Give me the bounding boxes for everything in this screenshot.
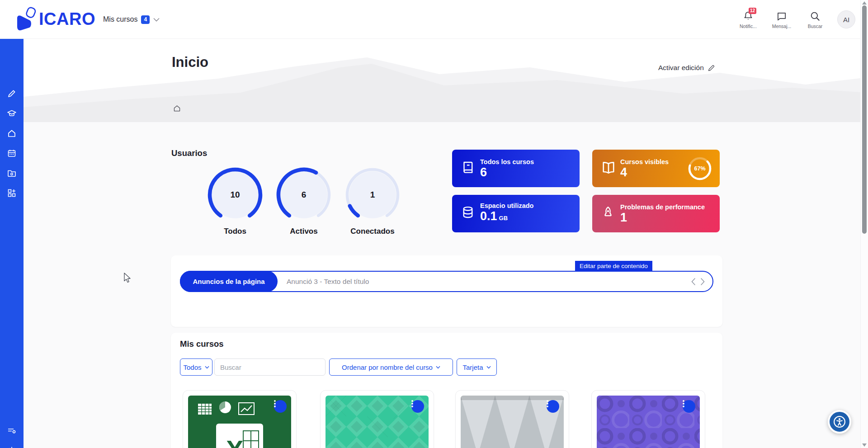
scrollbar-thumb[interactable] [862,5,867,234]
users-gauge-todos: 10 Todos [205,165,265,236]
stat-title: Espacio utilizado [480,202,533,209]
open-book-icon [600,160,620,178]
folder-gear-icon[interactable] [7,168,17,178]
stat-card-all-courses[interactable]: Todos los cursos 6 [452,150,580,187]
logo-text: ICARO [39,9,95,29]
kebab-menu-icon [411,400,413,407]
course-card[interactable] [591,390,705,448]
notifications-label: Notific... [740,24,757,29]
stat-title: Todos los cursos [480,158,534,165]
my-courses-panel: Mis cursos Todos Ordenar por nombre del … [171,333,722,448]
stat-value: 0.1 [480,209,497,223]
page-title: Inicio [172,54,208,71]
gauge-value: 10 [205,190,265,200]
icaro-logo[interactable]: ICARO [14,6,95,32]
top-navbar: ICARO Mis cursos 4 12 Notific... Mensaj.… [0,0,868,39]
gauge-label: Activos [274,227,334,236]
calendar-icon[interactable] [7,148,17,158]
search-label: Buscar [808,24,823,29]
course-menu-button[interactable] [547,400,559,413]
my-courses-menu[interactable]: Mis cursos 4 [103,0,160,39]
notifications-button[interactable]: 12 Notific... [737,10,760,29]
stat-value: 1 [620,211,705,224]
course-card[interactable] [455,390,569,448]
excel-course-cover: X [188,396,291,448]
announcements-bar: Anuncios de la página Anunció 3 - Texto … [180,271,713,292]
home-icon[interactable] [7,128,17,138]
users-section-title: Usuarios [171,148,207,158]
chevron-down-icon [153,18,160,22]
left-sidebar [0,39,24,448]
stat-value: 6 [480,165,534,179]
main-content: Inicio Activar edición Usuarios 10 Todos… [24,39,868,448]
edit-mode-toggle[interactable]: Activar edición [658,64,715,72]
kebab-menu-icon [547,400,548,407]
gear-icon[interactable] [7,446,17,448]
visible-courses-ring: 67% [687,156,712,181]
notifications-count-badge: 12 [749,8,756,14]
next-announcement-button[interactable] [700,278,705,286]
purple-circles-cover [597,396,700,448]
announcements-tab-label: Anuncios de la página [193,278,264,285]
course-sort-dropdown[interactable]: Ordenar por nombre del curso [329,358,453,376]
users-gauge-conectados: 1 Conectados [343,165,402,236]
accessibility-icon [833,415,846,429]
chevron-down-icon [486,366,491,369]
kebab-menu-icon [683,400,684,407]
my-courses-label: Mis cursos [103,15,137,24]
chevron-down-icon [205,366,209,369]
course-menu-button[interactable] [274,400,287,413]
ring-percent-label: 67% [687,156,712,181]
course-card[interactable] [320,390,434,448]
course-menu-button[interactable] [683,400,695,413]
database-icon [460,205,480,222]
stat-card-visible-courses[interactable]: Cursos visibles 4 67% [592,150,720,187]
vertical-scrollbar [860,0,868,448]
scrollbar-up-arrow[interactable] [862,1,867,5]
graduation-cap-icon[interactable] [7,108,17,118]
teal-pattern-cover [326,396,429,448]
search-button[interactable]: Buscar [804,10,826,29]
gauge-label: Todos [205,227,265,236]
course-card[interactable]: X [183,390,297,448]
my-courses-count-badge: 4 [141,15,150,24]
announcements-tab[interactable]: Anuncios de la página [180,271,278,292]
stat-unit: GB [499,215,508,222]
chevron-down-icon [436,366,440,369]
stat-card-storage[interactable]: Espacio utilizado 0.1GB [452,195,580,232]
list-settings-icon[interactable] [7,426,17,436]
gauge-value: 6 [274,190,334,200]
pencil-icon[interactable] [7,89,17,99]
chat-bubble-icon [776,10,788,22]
gauge-value: 1 [343,190,402,200]
course-filter-label: Todos [183,363,201,371]
grid-plus-icon[interactable] [7,188,17,198]
page-header-band: Inicio Activar edición [24,39,868,122]
stat-card-performance[interactable]: Problemas de performance 1 [592,195,720,232]
my-courses-title: Mis cursos [180,339,224,349]
announcements-panel: Editar parte de contenido Anuncios de la… [171,255,722,327]
scrollbar-down-arrow[interactable] [862,443,867,447]
course-filter-dropdown[interactable]: Todos [180,358,212,376]
icaro-logo-icon [14,6,42,32]
edit-block-overlay-label[interactable]: Editar parte de contenido [575,261,652,272]
announcement-item[interactable]: Anunció 3 - Texto del título [287,272,369,291]
previous-announcement-button[interactable] [691,278,696,286]
book-icon [460,160,480,177]
gray-triangles-cover [461,396,564,448]
kebab-menu-icon [274,400,276,407]
rocket-icon [600,205,620,222]
breadcrumb-home-icon[interactable] [173,104,181,114]
accessibility-button[interactable] [828,410,851,434]
mountains-graphic [24,54,868,122]
messages-button[interactable]: Mensaj... [770,10,793,29]
user-avatar[interactable]: AI [837,10,855,28]
course-view-dropdown[interactable]: Tarjeta [457,358,497,376]
course-menu-button[interactable] [411,400,424,413]
stat-title: Problemas de performance [620,203,705,211]
svg-text:X: X [226,435,244,448]
course-view-label: Tarjeta [462,363,483,371]
course-sort-label: Ordenar por nombre del curso [342,363,433,371]
edit-mode-label: Activar edición [658,64,704,72]
course-search-input[interactable] [214,358,326,376]
